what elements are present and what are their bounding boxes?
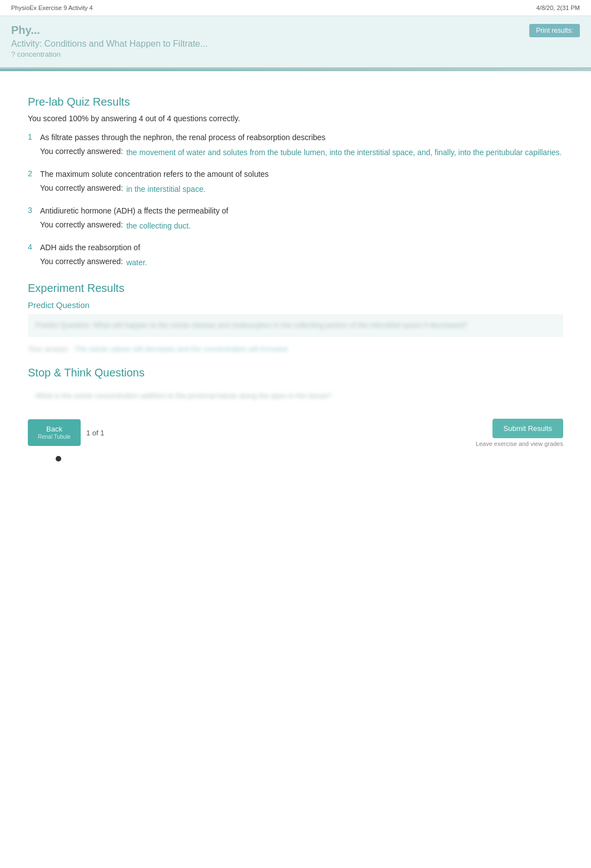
question-line-1: 1 As filtrate passes through the nephron… [28, 132, 563, 143]
answer-label-3: You correctly answered: [40, 220, 123, 229]
back-button[interactable]: Back Renal Tubule [28, 419, 81, 446]
header-banner: Print results: Phy... Activity: Conditio… [0, 16, 591, 69]
answer-text-4: water. [126, 257, 147, 269]
predict-answer-block: Your answer: The solute values will decr… [28, 343, 563, 355]
bottom-controls: Back Renal Tubule 1 of 1 Submit Results … [28, 414, 563, 452]
page-indicator: 1 of 1 [86, 429, 105, 437]
stop-think-question-1: What is the solute concentration additio… [28, 385, 563, 408]
answer-text-3: the collecting duct. [126, 220, 191, 232]
back-sub: Renal Tubule [38, 434, 71, 440]
submit-area: Submit Results Leave exercise and view g… [476, 419, 563, 447]
q-text-2: The maximum solute concentration refers … [40, 168, 269, 180]
answer-text-1: the movement of water and solutes from t… [126, 147, 562, 158]
q-text-1: As filtrate passes through the nephron, … [40, 132, 326, 143]
phy-label: Phy... [11, 24, 580, 37]
answer-text-2: in the interstitial space. [126, 183, 205, 195]
submit-button[interactable]: Submit Results [493, 419, 563, 438]
top-bar: PhysioEx Exercise 9 Activity 4 4/8/20, 2… [0, 0, 591, 16]
question-block-2: 2 The maximum solute concentration refer… [28, 168, 563, 195]
question-line-3: 3 Antidiuretic hormone (ADH) a ffects th… [28, 205, 563, 217]
prelab-title: Pre-lab Quiz Results [28, 96, 563, 108]
answer-label-1: You correctly answered: [40, 147, 123, 156]
answer-line-2: You correctly answered: in the interstit… [28, 183, 563, 195]
score-line: You scored 100% by answering 4 out of 4 … [28, 114, 563, 123]
predict-question-label: Predict Question [28, 300, 563, 310]
answer-line-1: You correctly answered: the movement of … [28, 147, 563, 158]
predict-answer-label: Your answer: [28, 345, 70, 353]
predict-answer-text: The solute values will decrease and the … [74, 345, 288, 353]
answer-line-4: You correctly answered: water. [28, 257, 563, 269]
page-label-left: PhysioEx Exercise 9 Activity 4 [11, 4, 93, 11]
page-label-right: 4/8/20, 2(31 PM [536, 4, 580, 11]
question-block-1: 1 As filtrate passes through the nephron… [28, 132, 563, 158]
bullet-dot [56, 456, 61, 462]
q-text-4: ADH aids the reabsorption of [40, 242, 140, 254]
q-number-4: 4 [28, 242, 40, 251]
question-line-2: 2 The maximum solute concentration refer… [28, 168, 563, 180]
back-label: Back [46, 425, 62, 434]
q-number-3: 3 [28, 205, 40, 215]
print-button[interactable]: Print results: [529, 24, 580, 37]
submit-hint: Leave exercise and view grades [476, 440, 563, 447]
predict-question-block: Predict Question: What will happen to th… [28, 314, 563, 337]
answer-line-3: You correctly answered: the collecting d… [28, 220, 563, 232]
main-content: Pre-lab Quiz Results You scored 100% by … [0, 71, 591, 485]
header-subtitle: Activity: Conditions and What Happen to … [11, 39, 580, 49]
experiment-title: Experiment Results [28, 282, 563, 295]
stop-think-q-text: What is the solute concentration additio… [36, 391, 331, 400]
stop-think-title: Stop & Think Questions [28, 366, 563, 379]
question-block-4: 4 ADH aids the reabsorption of You corre… [28, 242, 563, 269]
q-number-1: 1 [28, 132, 40, 141]
nav-btn-group: Back Renal Tubule 1 of 1 [28, 419, 104, 446]
q-number-2: 2 [28, 168, 40, 178]
q-text-3: Antidiuretic hormone (ADH) a ffects the … [40, 205, 228, 217]
answer-label-2: You correctly answered: [40, 183, 123, 192]
question-line-4: 4 ADH aids the reabsorption of [28, 242, 563, 254]
predict-question-text: Predict Question: What will happen to th… [36, 320, 555, 331]
header-ex-label: ? concentration [11, 50, 580, 58]
question-block-3: 3 Antidiuretic hormone (ADH) a ffects th… [28, 205, 563, 232]
answer-label-4: You correctly answered: [40, 257, 123, 266]
